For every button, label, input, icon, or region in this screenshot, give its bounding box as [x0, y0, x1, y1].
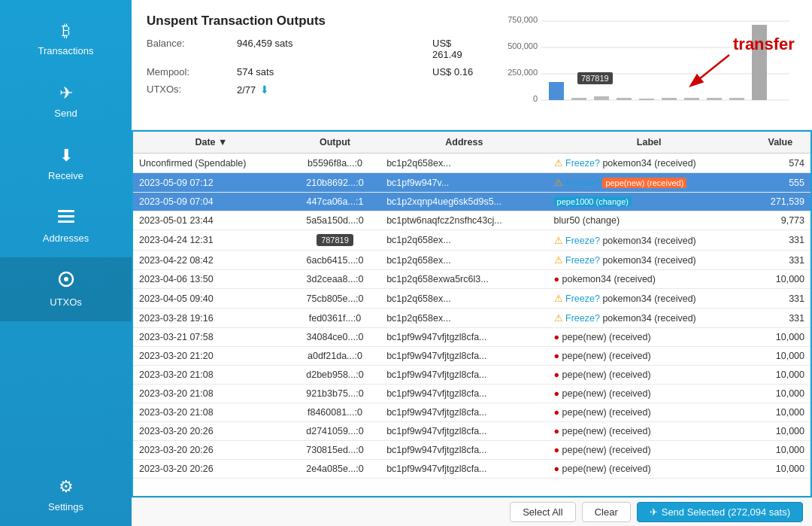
- cell-output: 921b3b75...:0: [289, 385, 380, 403]
- info-icon: ●: [554, 274, 562, 284]
- table-row[interactable]: 2023-03-21 07:5834084ce0...:0bc1pf9w947v…: [133, 328, 810, 347]
- table-row[interactable]: Unconfirmed (Spendable)b5596f8a...:0bc1p…: [133, 154, 810, 173]
- label-highlight: pepe1000 (change): [554, 196, 632, 207]
- cell-output: 447ca06a...:1: [289, 193, 380, 211]
- cell-label: ⚠ Freeze? pokemon34 (received): [548, 289, 750, 309]
- table-row[interactable]: 2023-04-22 08:426acb6415...:0bc1p2q658ex…: [133, 251, 810, 270]
- svg-point-4: [64, 277, 68, 281]
- table-row[interactable]: 2023-03-20 21:08d2beb958...:0bc1pf9w947v…: [133, 366, 810, 385]
- cell-output: a0df21da...:0: [289, 347, 380, 366]
- send-selected-button[interactable]: ✈ Send Selected (272,094 sats): [637, 502, 803, 522]
- cell-date: 2023-04-05 09:40: [133, 289, 289, 309]
- table-row[interactable]: 2023-04-05 09:4075cb805e...:0bc1p2q658ex…: [133, 289, 810, 309]
- cell-label: ● pepe(new) (received): [548, 347, 750, 366]
- sidebar-item-receive[interactable]: ⬇ Receive: [0, 132, 132, 195]
- table-row[interactable]: 2023-03-20 20:26730815ed...:0bc1pf9w947v…: [133, 441, 810, 460]
- cell-address: bc1pf9w947vfjtgzl8cfa...: [380, 328, 547, 347]
- table-row[interactable]: 2023-03-20 21:08f8460081...:0bc1pf9w947v…: [133, 403, 810, 422]
- svg-rect-1: [58, 215, 74, 217]
- label-text: pokemon34 (received): [602, 313, 695, 324]
- cell-output: 34084ce0...:0: [289, 328, 380, 347]
- table-row[interactable]: 2023-03-20 21:20a0df21da...:0bc1pf9w947v…: [133, 347, 810, 366]
- clear-button[interactable]: Clear: [582, 502, 631, 522]
- cell-label: ⚠ Freeze? pokemon34 (received): [548, 230, 750, 251]
- cell-value: 9,773: [750, 211, 810, 230]
- cell-value: 10,000: [750, 270, 810, 289]
- utxo-table: Date ▼ Output Address Label Value Unconf…: [133, 132, 810, 479]
- svg-line-23: [692, 55, 729, 85]
- cell-address: bc1p2q658ex...: [380, 230, 547, 251]
- sidebar-item-utxos[interactable]: UTXOs: [0, 257, 132, 321]
- balance-sats: 946,459 sats: [237, 38, 342, 60]
- table-row[interactable]: 2023-05-09 07:04447ca06a...:1bc1p2xqnp4u…: [133, 193, 810, 211]
- table-row[interactable]: 2023-05-01 23:445a5a150d...:0bc1ptw6naqf…: [133, 211, 810, 230]
- balance-label: Balance:: [147, 38, 237, 60]
- cell-value: 10,000: [750, 366, 810, 385]
- download-icon[interactable]: ⬇: [260, 84, 269, 96]
- cell-value: 271,539: [750, 193, 810, 211]
- table-row[interactable]: 2023-03-28 19:16fed0361f...:0bc1p2q658ex…: [133, 309, 810, 328]
- label-text: blur50 (change): [554, 215, 620, 226]
- warn-icon: ⚠: [554, 255, 565, 266]
- sidebar-label-addresses: Addresses: [43, 233, 89, 244]
- sidebar-label-receive: Receive: [48, 170, 83, 181]
- info-icon: ●: [554, 351, 562, 361]
- utxos-row: 2/77 ⬇: [237, 84, 342, 96]
- sidebar-item-send[interactable]: ✈ Send: [0, 70, 132, 132]
- page-title: Unspent Transaction Outputs: [147, 14, 481, 29]
- freeze-text: Freeze?: [565, 178, 602, 188]
- cell-date: 2023-03-21 07:58: [133, 328, 289, 347]
- utxo-table-wrapper[interactable]: Date ▼ Output Address Label Value Unconf…: [132, 130, 812, 497]
- table-row[interactable]: 2023-04-24 12:31787819bc1p2q658ex...⚠ Fr…: [133, 230, 810, 251]
- cell-output: 730815ed...:0: [289, 441, 380, 460]
- settings-icon: ⚙: [59, 477, 74, 497]
- warn-icon: ⚠: [554, 158, 565, 169]
- cell-date: 2023-04-06 13:50: [133, 270, 289, 289]
- table-row[interactable]: 2023-03-20 20:26d2741059...:0bc1pf9w947v…: [133, 422, 810, 441]
- cell-value: 331: [750, 309, 810, 328]
- cell-output: b5596f8a...:0: [289, 154, 380, 173]
- balance-usd: US$ 261.49: [432, 38, 481, 60]
- label-highlight: pepe(new) (received): [602, 178, 686, 188]
- bitcoin-icon: ₿: [62, 21, 70, 41]
- cell-date: 2023-03-28 19:16: [133, 309, 289, 328]
- cell-date: 2023-03-20 21:20: [133, 347, 289, 366]
- info-icon: ●: [554, 426, 562, 436]
- cell-label: ● pepe(new) (received): [548, 328, 750, 347]
- cell-value: 10,000: [750, 347, 810, 366]
- cell-date: 2023-04-24 12:31: [133, 230, 289, 251]
- mempool-usd: US$ 0.16: [432, 66, 481, 78]
- table-row[interactable]: 2023-03-20 21:08921b3b75...:0bc1pf9w947v…: [133, 385, 810, 403]
- sidebar-item-transactions[interactable]: ₿ Transactions: [0, 8, 132, 70]
- utxo-chart: 750,000 500,000 250,000 0: [496, 14, 797, 119]
- sidebar-item-settings[interactable]: ⚙ Settings: [0, 464, 132, 526]
- table-row[interactable]: 2023-05-09 07:12210b8692...:0bc1pf9w947v…: [133, 173, 810, 193]
- cell-date: 2023-03-20 21:08: [133, 403, 289, 422]
- cell-address: bc1pf9w947vfjtgzl8cfa...: [380, 366, 547, 385]
- svg-rect-14: [571, 98, 586, 100]
- receive-icon: ⬇: [59, 146, 73, 166]
- table-row[interactable]: 2023-04-06 13:503d2ceaa8...:0bc1p2q658ex…: [133, 270, 810, 289]
- freeze-text: Freeze?: [565, 158, 602, 169]
- cell-label: ● pepe(new) (received): [548, 460, 750, 479]
- balance-usd-label: [342, 38, 432, 60]
- addresses-icon: [58, 208, 74, 228]
- cell-label: ● pepe(new) (received): [548, 403, 750, 422]
- cell-label: ⚠ Freeze? pokemon34 (received): [548, 309, 750, 328]
- bottom-bar: Select All Clear ✈ Send Selected (272,09…: [132, 497, 812, 526]
- warn-icon: ⚠: [554, 236, 565, 246]
- cell-value: 574: [750, 154, 810, 173]
- cell-address: bc1p2q658ex...: [380, 154, 547, 173]
- select-all-button[interactable]: Select All: [510, 502, 575, 522]
- svg-rect-2: [58, 220, 74, 223]
- table-row[interactable]: 2023-03-20 20:262e4a085e...:0bc1pf9w947v…: [133, 460, 810, 479]
- mempool-label: Mempool:: [147, 66, 237, 78]
- cell-output: 787819: [289, 230, 380, 251]
- svg-rect-18: [662, 98, 677, 100]
- sidebar-item-addresses[interactable]: Addresses: [0, 195, 132, 257]
- svg-rect-21: [729, 98, 744, 100]
- cell-address: bc1p2q658ex...: [380, 289, 547, 309]
- svg-rect-13: [549, 82, 564, 100]
- cell-value: 331: [750, 251, 810, 270]
- label-text: pepe(new) (received): [562, 351, 651, 361]
